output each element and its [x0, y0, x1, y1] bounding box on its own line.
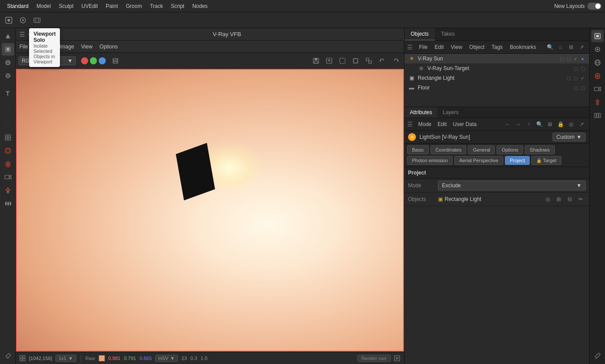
- menu-sculpt[interactable]: Sculpt: [55, 2, 77, 10]
- attr-btn-userdata[interactable]: User Data: [450, 120, 479, 128]
- sidebar-icon-globe[interactable]: [2, 145, 14, 157]
- mode-select[interactable]: Exclude ▼: [438, 181, 586, 190]
- attrib-tab-project[interactable]: Project: [505, 156, 530, 165]
- attrib-tab-general[interactable]: General: [468, 145, 495, 154]
- attr-btn-mode[interactable]: Mode: [416, 120, 434, 128]
- flag-check-green2[interactable]: ✓: [579, 75, 586, 81]
- flag-box5[interactable]: ▢: [565, 75, 572, 81]
- obj-menu-object[interactable]: Object: [467, 43, 487, 51]
- objects-menu-toggle[interactable]: ☰: [407, 44, 413, 51]
- attrib-tab-aerial[interactable]: Aerial Perspective: [454, 156, 503, 165]
- attrib-tab-photon[interactable]: Photon emission: [407, 156, 453, 165]
- menu-track[interactable]: Track: [146, 2, 167, 10]
- attrib-tab-shadows[interactable]: Shadows: [525, 145, 554, 154]
- toolbar-btn-film[interactable]: [31, 14, 43, 26]
- new-layouts-toggle[interactable]: [587, 3, 601, 10]
- minimize-button[interactable]: [37, 32, 42, 37]
- attr-expand-btn[interactable]: ↗: [577, 119, 586, 129]
- viewport-solo-btn[interactable]: [3, 14, 15, 26]
- obj-menu-edit[interactable]: Edit: [432, 43, 446, 51]
- right-icon-cursor[interactable]: [591, 30, 604, 42]
- right-icon-globe[interactable]: [591, 56, 604, 69]
- menu-script[interactable]: Script: [167, 2, 188, 10]
- attr-forward-btn[interactable]: →: [513, 119, 523, 129]
- obj-menu-view[interactable]: View: [448, 43, 465, 51]
- menu-uvedit[interactable]: UVEdit: [78, 2, 101, 10]
- obj-home-btn[interactable]: ⌂: [556, 42, 565, 52]
- flag-box7[interactable]: ▢: [572, 85, 579, 91]
- obj-action-hierarchy[interactable]: ⊟: [565, 194, 575, 204]
- vfb-menu-render[interactable]: Render: [35, 44, 52, 50]
- obj-menu-bookmarks[interactable]: Bookmarks: [507, 43, 539, 51]
- right-icon-light[interactable]: [591, 96, 604, 108]
- scale-selector[interactable]: 1x1 ▼: [56, 355, 76, 362]
- sidebar-icon-sphere[interactable]: [2, 56, 14, 69]
- obj-filter-btn[interactable]: ⊞: [566, 42, 576, 52]
- list-item[interactable]: ▣ Rectangle Light ▢ ▢ ✓: [405, 73, 589, 83]
- vfb-layers-btn[interactable]: [109, 55, 122, 67]
- sidebar-icon-dots2[interactable]: ⋮⋮: [2, 118, 14, 130]
- render-settings-icon[interactable]: [393, 355, 401, 362]
- flag-box1[interactable]: ▢: [558, 56, 564, 62]
- flag-box4[interactable]: ▢: [579, 65, 586, 71]
- sidebar-icon-shield[interactable]: [2, 158, 14, 170]
- menu-standard[interactable]: Standard: [4, 2, 32, 10]
- list-item[interactable]: ▬ Floor ▢ ▢: [405, 83, 589, 93]
- flag-box8[interactable]: ▢: [579, 85, 586, 91]
- obj-expand-btn[interactable]: ↗: [577, 42, 586, 52]
- sidebar-icon-dots[interactable]: ⋮⋮: [2, 105, 14, 117]
- vfb-flip-btn[interactable]: [389, 55, 401, 67]
- vfb-rotate-btn[interactable]: [376, 55, 388, 67]
- tab-attributes[interactable]: Attributes: [405, 107, 438, 118]
- tab-layers[interactable]: Layers: [438, 107, 464, 118]
- vfb-zoom-btn[interactable]: [363, 55, 375, 67]
- vfb-fullscreen-btn[interactable]: [349, 55, 362, 67]
- sidebar-icon-settings2[interactable]: [2, 197, 14, 210]
- sidebar-icon-gear[interactable]: [2, 70, 14, 82]
- attr-back-btn[interactable]: ←: [503, 119, 512, 129]
- blue-channel-dot[interactable]: [99, 57, 106, 64]
- flag-check-green[interactable]: ✓: [572, 56, 579, 62]
- right-icon-video[interactable]: [591, 83, 604, 95]
- attr-btn-edit[interactable]: Edit: [435, 120, 449, 128]
- menu-nodes[interactable]: Nodes: [189, 2, 211, 10]
- maximize-button[interactable]: [45, 32, 50, 37]
- vfb-hamburger[interactable]: ☰: [19, 31, 25, 38]
- attrib-tab-target[interactable]: 🔒 Target: [531, 156, 561, 165]
- list-item[interactable]: ☀ V-Ray Sun ▢ ▢ ✓ ●: [405, 54, 589, 63]
- flag-circle-blue[interactable]: ●: [579, 56, 586, 62]
- obj-action-target[interactable]: ◎: [543, 194, 553, 204]
- attr-anim-btn[interactable]: ◎: [566, 119, 576, 129]
- attrib-tab-coordinates[interactable]: Coordinates: [431, 145, 466, 154]
- red-channel-dot[interactable]: [81, 57, 88, 64]
- right-icon-settings[interactable]: [591, 109, 604, 122]
- sidebar-icon-cursor[interactable]: [2, 43, 14, 56]
- attr-filter-btn[interactable]: ⊞: [545, 119, 555, 129]
- right-icon-move[interactable]: [591, 43, 604, 56]
- node-preset-select[interactable]: Custom ▼: [553, 133, 586, 141]
- sidebar-icon-video[interactable]: [2, 171, 14, 183]
- vfb-menu-image[interactable]: Image: [59, 44, 74, 50]
- green-channel-dot[interactable]: [90, 57, 97, 64]
- list-item[interactable]: ⊕ V-Ray Sun-Target ▢ ▢: [405, 63, 589, 73]
- obj-menu-file[interactable]: File: [416, 43, 430, 51]
- toolbar-btn-settings[interactable]: [17, 14, 29, 26]
- vfb-menu-view[interactable]: View: [81, 44, 93, 50]
- vfb-export-btn[interactable]: [323, 55, 335, 67]
- close-button[interactable]: [29, 32, 34, 37]
- right-icon-pencil[interactable]: [591, 350, 604, 362]
- sidebar-icon-arrow[interactable]: [2, 30, 14, 42]
- obj-action-list[interactable]: ⊞: [554, 194, 564, 204]
- vfb-menu-file[interactable]: File: [19, 44, 28, 50]
- obj-action-edit[interactable]: ✏: [576, 194, 586, 204]
- tab-objects[interactable]: Objects: [405, 28, 435, 41]
- vfb-save-btn[interactable]: [310, 55, 322, 67]
- menu-paint[interactable]: Paint: [102, 2, 121, 10]
- right-icon-shield[interactable]: [591, 70, 604, 82]
- hsv-selector[interactable]: HSV ▼: [155, 355, 178, 362]
- tab-takes[interactable]: Takes: [435, 28, 461, 41]
- sidebar-icon-pencil[interactable]: [2, 350, 14, 362]
- obj-menu-tags[interactable]: Tags: [489, 43, 505, 51]
- attr-search-btn[interactable]: 🔍: [534, 119, 544, 129]
- attr-menu-toggle[interactable]: ☰: [407, 121, 413, 128]
